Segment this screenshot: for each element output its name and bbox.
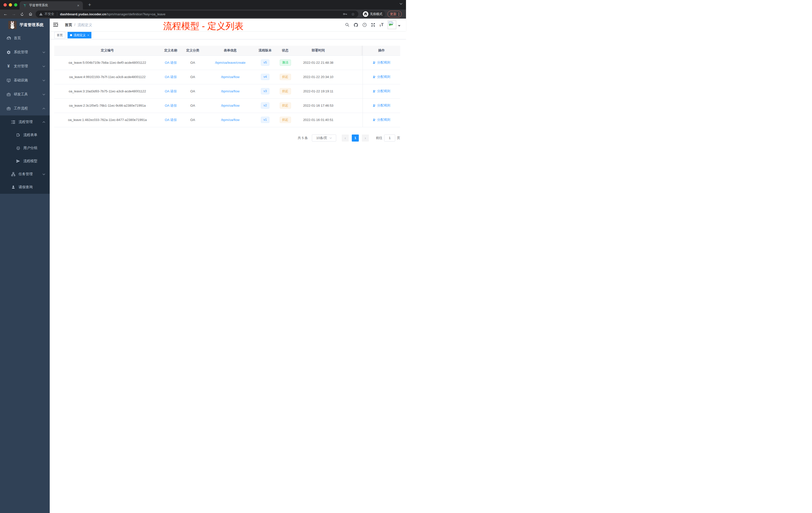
breadcrumb: 首页 / 流程定义 bbox=[65, 19, 92, 31]
sidebar-item-system[interactable]: 系统管理 bbox=[0, 45, 50, 59]
form-link[interactable]: /bpm/oa/flow bbox=[221, 89, 239, 93]
sidebar-item-leave-query[interactable]: 请假查询 bbox=[0, 181, 50, 194]
sidebar-item-user-group[interactable]: 用户分组 bbox=[0, 142, 50, 155]
sidebar-item-process-model[interactable]: 流程模型 bbox=[0, 155, 50, 168]
form-link[interactable]: /bpm/oa/flow bbox=[221, 118, 239, 122]
table-row: oa_leave:3:1fad3d93-7b75-11ec-a3c8-acde4… bbox=[54, 84, 400, 98]
app-window: 芋道管理系统 首页 系统管理 ¥ 支付管理 基础设施 bbox=[0, 19, 406, 256]
app-title: 芋道管理系统 bbox=[20, 22, 44, 28]
chevron-down-icon bbox=[42, 80, 45, 81]
definition-name-link[interactable]: OA 请假 bbox=[165, 89, 177, 93]
definition-name-link[interactable]: OA 请假 bbox=[165, 104, 177, 108]
robot-face-icon bbox=[16, 146, 20, 150]
browser-tab[interactable]: 芋道管理系统 × bbox=[20, 1, 83, 9]
dashboard-icon bbox=[6, 36, 11, 40]
assign-rule-link[interactable]: 分配规则 bbox=[373, 60, 390, 65]
url-divider bbox=[57, 12, 57, 16]
table-row: oa_leave:1:482ec033-762a-11ec-8477-a2380… bbox=[54, 113, 400, 127]
github-icon[interactable] bbox=[353, 23, 358, 27]
form-document-icon bbox=[16, 133, 20, 137]
sidebar-collapse-icon[interactable] bbox=[53, 23, 58, 27]
forward-button[interactable]: → bbox=[10, 10, 17, 18]
incognito-badge: 无痕模式 bbox=[361, 10, 385, 18]
page-number-1[interactable]: 1 bbox=[352, 134, 359, 142]
sidebar-item-devtools[interactable]: 研发工具 bbox=[0, 87, 50, 101]
tag-home[interactable]: 首页 bbox=[54, 32, 65, 38]
definition-table: 定义编号 定义名称 定义分类 表单信息 流程版本 状态 部署时间 操作 oa_l… bbox=[54, 46, 400, 127]
back-button[interactable]: ← bbox=[2, 10, 9, 18]
browser-menu-icon[interactable] bbox=[399, 12, 399, 16]
user-icon bbox=[373, 104, 376, 107]
sidebar-item-home[interactable]: 首页 bbox=[0, 31, 50, 45]
sidebar-item-process-management[interactable]: 流程管理 bbox=[0, 116, 50, 128]
chevron-up-icon bbox=[42, 108, 45, 110]
address-bar[interactable]: 不安全 dashboard.yudao.iocoder.cn/bpm/manag… bbox=[36, 10, 358, 18]
form-link[interactable]: /bpm/oa/leave/create bbox=[215, 61, 245, 64]
avatar-caret-icon[interactable] bbox=[398, 25, 401, 27]
reload-button[interactable] bbox=[19, 10, 26, 18]
password-key-icon[interactable] bbox=[343, 13, 347, 15]
sidebar-item-label: 支付管理 bbox=[14, 64, 28, 68]
security-warning-icon[interactable] bbox=[39, 12, 43, 16]
tab-close-icon[interactable]: × bbox=[76, 3, 80, 7]
sidebar-item-process-form[interactable]: 流程表单 bbox=[0, 128, 50, 142]
new-tab-button[interactable]: + bbox=[87, 2, 93, 8]
person-icon bbox=[11, 185, 16, 189]
assign-rule-link[interactable]: 分配规则 bbox=[373, 103, 390, 108]
next-page-button[interactable]: › bbox=[362, 134, 369, 142]
tag-label: 首页 bbox=[57, 33, 63, 37]
form-link[interactable]: /bpm/oa/flow bbox=[221, 75, 239, 79]
user-avatar-menu[interactable] bbox=[388, 21, 401, 29]
header-definition-id: 定义编号 bbox=[54, 46, 161, 56]
prev-page-button[interactable]: ‹ bbox=[342, 134, 349, 142]
definition-name-link[interactable]: OA 请假 bbox=[165, 75, 177, 79]
tag-close-icon[interactable]: × bbox=[87, 34, 89, 37]
sidebar-item-workflow[interactable]: 工作流程 bbox=[0, 101, 50, 116]
definition-name-link[interactable]: OA 请假 bbox=[165, 118, 177, 122]
page-size-select[interactable]: 10条/页 bbox=[312, 134, 336, 142]
sidebar-item-task-management[interactable]: 任务管理 bbox=[0, 168, 50, 181]
sidebar-item-infrastructure[interactable]: 基础设施 bbox=[0, 73, 50, 87]
definition-name-link[interactable]: OA 请假 bbox=[165, 61, 177, 64]
version-badge: v5 bbox=[261, 59, 269, 66]
close-window-button[interactable] bbox=[3, 3, 7, 6]
bookmark-star-icon[interactable]: ☆ bbox=[351, 12, 355, 17]
tag-label: 流程定义 bbox=[74, 33, 86, 37]
assign-rule-link[interactable]: 分配规则 bbox=[373, 89, 390, 93]
tab-search-chevron-icon[interactable] bbox=[400, 3, 403, 5]
font-size-icon[interactable]: TT bbox=[379, 22, 384, 27]
deploy-time-cell: 2022-01-22 20:34:10 bbox=[296, 70, 340, 84]
url-host[interactable]: dashboard.yudao.iocoder.cn bbox=[60, 12, 106, 16]
filler-cell bbox=[340, 56, 362, 70]
sidebar-item-label: 任务管理 bbox=[19, 172, 33, 176]
red-annotation-title: 流程模型 - 定义列表 bbox=[163, 20, 243, 32]
table-row: oa_leave:2:3c1f0ef1-76b1-11ec-9c66-a2380… bbox=[54, 98, 400, 113]
breadcrumb-home[interactable]: 首页 bbox=[65, 23, 72, 27]
url-path[interactable]: /bpm/manager/definition?key=oa_leave bbox=[106, 12, 166, 16]
form-link[interactable]: /bpm/oa/flow bbox=[221, 104, 239, 108]
paper-plane-icon bbox=[16, 159, 20, 163]
goto-page-input[interactable] bbox=[384, 134, 395, 142]
tag-process-definition[interactable]: 流程定义 × bbox=[67, 32, 91, 38]
zoom-window-button[interactable] bbox=[14, 3, 17, 6]
minimize-window-button[interactable] bbox=[9, 3, 12, 6]
header-status: 状态 bbox=[274, 46, 296, 56]
assign-rule-link[interactable]: 分配规则 bbox=[373, 117, 390, 122]
update-label[interactable]: 更新 bbox=[390, 12, 397, 16]
security-label[interactable]: 不安全 bbox=[45, 12, 54, 16]
help-icon[interactable]: ? bbox=[362, 23, 367, 27]
filler-cell bbox=[340, 84, 362, 98]
deploy-time-cell: 2022-01-16 17:46:53 bbox=[296, 98, 340, 113]
sidebar-item-payment[interactable]: ¥ 支付管理 bbox=[0, 59, 50, 73]
fullscreen-icon[interactable] bbox=[371, 23, 375, 27]
app-logo-row[interactable]: 芋道管理系统 bbox=[0, 19, 50, 31]
assign-rule-link[interactable]: 分配规则 bbox=[373, 74, 390, 79]
search-icon[interactable] bbox=[345, 23, 349, 27]
window-controls[interactable] bbox=[3, 3, 17, 6]
avatar-broken-image[interactable] bbox=[388, 21, 396, 29]
category-cell: OA bbox=[181, 113, 204, 127]
browser-update-button[interactable]: 更新 bbox=[387, 11, 402, 17]
definition-id-cell: oa_leave:2:3c1f0ef1-76b1-11ec-9c66-a2380… bbox=[54, 98, 161, 113]
sidebar-item-label: 系统管理 bbox=[14, 50, 28, 55]
home-button[interactable] bbox=[27, 10, 34, 18]
